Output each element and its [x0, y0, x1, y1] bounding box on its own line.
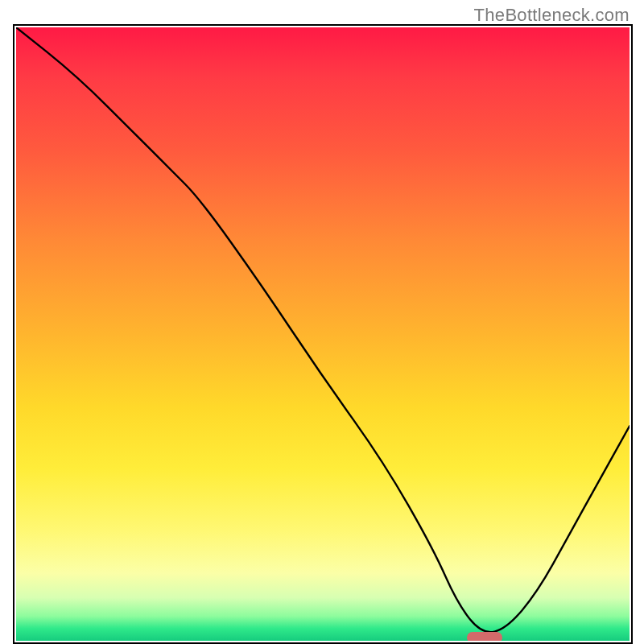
curve-path: [16, 27, 630, 632]
plot-area: [16, 27, 630, 641]
chart-frame: [13, 24, 633, 644]
watermark-text: TheBottleneck.com: [474, 5, 630, 26]
optimum-marker: [467, 632, 502, 641]
bottleneck-curve: [16, 27, 630, 641]
